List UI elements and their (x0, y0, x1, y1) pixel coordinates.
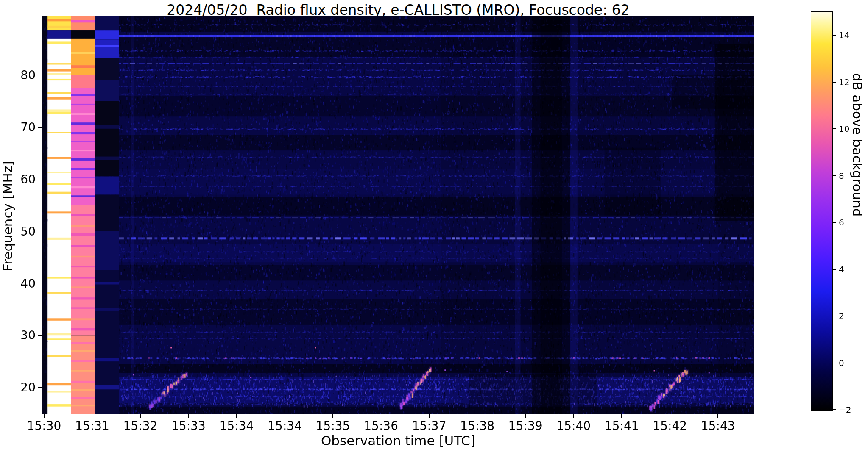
colorbar-tick-label: 4 (839, 264, 844, 275)
x-tick-label: 15:34 (268, 419, 302, 433)
x-tick-label: 15:32 (123, 419, 158, 433)
y-tick-mark (38, 231, 42, 232)
colorbar-tick-mark (833, 316, 836, 316)
x-tick-mark (236, 414, 237, 418)
colorbar-tick-label: 2 (839, 311, 844, 321)
colorbar-tick-mark (833, 363, 836, 363)
x-tick-label: 15:31 (75, 419, 109, 433)
colorbar-tick-mark (833, 35, 836, 36)
colorbar (811, 12, 832, 411)
x-tick-label: 15:43 (701, 419, 735, 433)
colorbar-tick-label: −2 (839, 405, 851, 415)
x-tick-mark (140, 414, 141, 418)
spectrogram-canvas (42, 16, 754, 414)
x-tick-mark (92, 414, 93, 418)
colorbar-tick-mark (833, 175, 836, 176)
y-tick-label: 30 (20, 328, 36, 342)
y-tick-mark (38, 283, 42, 284)
colorbar-tick-label: 12 (839, 77, 849, 87)
x-tick-label: 15:38 (460, 419, 494, 433)
x-tick-mark (188, 414, 189, 418)
colorbar-label: dB above background (850, 73, 865, 217)
x-tick-mark (285, 414, 285, 418)
y-tick-label: 80 (20, 68, 36, 82)
y-tick-mark (38, 179, 42, 180)
y-tick-mark (38, 335, 42, 336)
colorbar-tick-mark (833, 128, 836, 129)
x-tick-label: 15:39 (508, 419, 543, 433)
y-tick-label: 60 (20, 172, 36, 186)
x-tick-label: 15:33 (171, 419, 206, 433)
x-tick-mark (573, 414, 574, 418)
y-tick-label: 70 (20, 120, 36, 134)
x-tick-mark (670, 414, 670, 418)
colorbar-tick-label: 0 (839, 358, 844, 368)
colorbar-tick-label: 6 (839, 217, 844, 227)
x-tick-mark (44, 414, 45, 418)
y-tick-label: 20 (20, 380, 36, 394)
y-tick-mark (38, 387, 42, 388)
x-tick-label: 15:36 (364, 419, 398, 433)
x-tick-label: 15:35 (316, 419, 350, 433)
y-tick-mark (38, 75, 42, 75)
y-tick-label: 40 (20, 276, 36, 290)
y-tick-mark (38, 127, 42, 128)
x-tick-label: 15:40 (556, 419, 591, 433)
colorbar-tick-label: 8 (839, 171, 844, 181)
y-tick-label: 50 (20, 224, 36, 238)
colorbar-tick-label: 14 (839, 30, 849, 40)
x-tick-mark (381, 414, 382, 418)
colorbar-tick-mark (833, 222, 836, 223)
colorbar-tick-mark (833, 409, 836, 410)
x-tick-mark (717, 414, 718, 418)
x-tick-label: 15:42 (653, 419, 687, 433)
x-tick-label: 15:41 (605, 419, 639, 433)
colorbar-tick-mark (833, 269, 836, 270)
x-tick-mark (429, 414, 430, 418)
colorbar-tick-label: 10 (839, 124, 849, 134)
x-tick-label: 15:34 (220, 419, 254, 433)
x-tick-mark (525, 414, 526, 418)
spectrogram-figure: 2024/05/20 Radio flux density, e-CALLIST… (0, 0, 868, 452)
x-tick-mark (332, 414, 333, 418)
x-tick-label: 15:37 (412, 419, 447, 433)
x-tick-mark (477, 414, 478, 418)
y-axis-label: Frequency [MHz] (0, 140, 15, 292)
x-tick-label: 15:30 (27, 419, 61, 433)
x-axis-label: Observation time [UTC] (42, 433, 754, 448)
x-tick-mark (621, 414, 622, 418)
colorbar-tick-mark (833, 82, 836, 83)
plot-area (42, 16, 754, 414)
